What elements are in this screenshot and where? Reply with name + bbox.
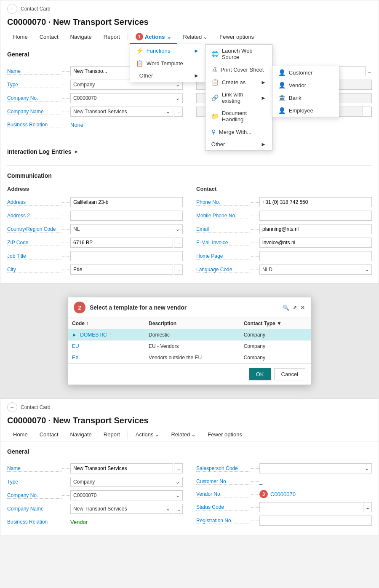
ok-button[interactable]: OK xyxy=(249,368,271,380)
chevron-actions-2: ⌄ xyxy=(155,431,159,438)
back-button-2[interactable]: ← xyxy=(7,402,17,412)
menu-item-link-existing[interactable]: 🔗 Link with existing ► xyxy=(206,88,272,107)
screen2: ← Contact Card C0000070 · New Transport … xyxy=(0,398,379,535)
interaction-log-1[interactable]: Interaction Log Entries ► xyxy=(7,145,372,158)
input-homepage[interactable] xyxy=(259,251,372,261)
tab-home-2[interactable]: Home xyxy=(7,429,34,441)
address-title: Address xyxy=(7,186,183,192)
menu-item-vendor[interactable]: 👤 Vendor xyxy=(272,79,339,91)
input-reg-no[interactable] xyxy=(259,516,372,526)
tab-related-1[interactable]: Related ⌄ xyxy=(177,31,214,43)
tab-contact-1[interactable]: Contact xyxy=(34,31,64,43)
input-email[interactable] xyxy=(259,224,372,234)
screen1: ← Contact Card C0000070 · New Transport … xyxy=(0,0,379,283)
modal-header: 2 Select a template for a new vendor 🔍 ⇗… xyxy=(68,297,311,318)
menu-item-employee[interactable]: 👤 Employee xyxy=(272,104,339,117)
close-icon-modal[interactable]: ✕ xyxy=(300,304,305,311)
input-city[interactable] xyxy=(70,265,173,275)
link-domestic[interactable]: DOMESTIC xyxy=(80,332,107,338)
input-job-title[interactable] xyxy=(70,251,183,261)
drag-handle-domestic[interactable]: ⋮ xyxy=(108,332,113,338)
customer-no-val: _ xyxy=(259,478,262,485)
tab-report-1[interactable]: Report xyxy=(98,31,126,43)
menu-item-create-as[interactable]: 📋 Create as ► xyxy=(206,76,272,88)
nav-divider-2 xyxy=(128,431,128,439)
table-row[interactable]: ► DOMESTIC ⋮ Domestic Company xyxy=(68,329,311,341)
page-header-1: ← Contact Card C0000070 · New Transport … xyxy=(0,0,379,44)
select-company-name-1[interactable]: New Transport Services ⌄ xyxy=(70,107,173,117)
field-company-name-1: Company Name New Transport Services ⌄ ..… xyxy=(7,105,183,118)
field-country: Country/Region Code NL ⌄ xyxy=(7,222,183,236)
divider-2 xyxy=(7,165,372,166)
right-btn-1[interactable]: ... xyxy=(363,107,371,117)
divider-1 xyxy=(7,138,372,138)
menu-item-merge[interactable]: ⚲ Merge With... xyxy=(206,126,272,138)
select-company-name-2[interactable]: New Transport Services ⌄ xyxy=(70,504,173,514)
input-email-invoice[interactable] xyxy=(259,238,372,248)
select-salesperson[interactable]: ⌄ xyxy=(259,463,372,473)
table-row[interactable]: EX Vendors outside the EU Company xyxy=(68,352,311,363)
menu-item-bank[interactable]: 🏦 Bank xyxy=(272,91,339,104)
breadcrumb-2: Contact Card xyxy=(21,404,51,410)
table-row[interactable]: EU EU - Vendors Company xyxy=(68,341,311,352)
chevron-company-name-2: ⌄ xyxy=(166,506,170,512)
chevron-salesperson: ⌄ xyxy=(365,465,369,471)
input-mobile[interactable] xyxy=(259,211,372,221)
company-name-btn-1[interactable]: ... xyxy=(174,107,183,117)
cancel-button[interactable]: Cancel xyxy=(274,368,305,380)
tab-related-2[interactable]: Related ⌄ xyxy=(165,429,202,441)
input-zip[interactable] xyxy=(70,238,173,248)
menu-item-word-template[interactable]: 📋 Word Template xyxy=(130,57,205,69)
tab-fewer-1[interactable]: Fewer options xyxy=(214,31,260,43)
input-name-2[interactable] xyxy=(70,463,173,473)
company-name-btn-2[interactable]: ... xyxy=(174,504,183,514)
tab-fewer-2[interactable]: Fewer options xyxy=(202,429,248,441)
input-address2[interactable] xyxy=(70,211,183,221)
tab-report-2[interactable]: Report xyxy=(98,429,126,441)
input-phone[interactable] xyxy=(259,197,372,207)
page-title-2: C0000070 · New Transport Services xyxy=(7,414,372,429)
doc-icon: 📁 xyxy=(211,113,219,120)
field-biz-relation-2: Business Relation Vendor xyxy=(7,516,183,528)
city-btn[interactable]: ... xyxy=(174,265,183,275)
link-eu[interactable]: EU xyxy=(72,343,79,349)
menu-item-customer[interactable]: 👤 Customer xyxy=(272,66,339,79)
tab-contact-2[interactable]: Contact xyxy=(34,429,64,441)
zip-btn[interactable]: ... xyxy=(174,238,183,248)
menu-item-functions[interactable]: ⚡ Functions ► xyxy=(130,44,205,57)
select-company-no-1[interactable]: C0000070 ⌄ xyxy=(70,93,183,103)
expand-icon-modal[interactable]: ⇗ xyxy=(293,305,297,310)
field-email: Email xyxy=(196,222,372,236)
cell-code-ex: EX xyxy=(68,352,144,363)
status-code-btn[interactable]: ... xyxy=(363,502,372,512)
modal-footer: OK Cancel xyxy=(68,363,311,385)
chevron-company-name-1: ⌄ xyxy=(166,109,170,115)
select-language[interactable]: NLD ⌄ xyxy=(259,265,372,275)
tab-navigate-1[interactable]: Navigate xyxy=(64,31,98,43)
menu-item-doc-handling[interactable]: 📁 Document Handling xyxy=(206,107,272,126)
general-left-2: Name ... Type Company ⌄ xyxy=(7,462,183,528)
menu-item-other-1[interactable]: Other ► xyxy=(130,69,205,82)
chevron-link: ► xyxy=(261,95,266,101)
link-ex[interactable]: EX xyxy=(72,355,79,361)
contact-col: Contact Phone No. Mobile Phone No. xyxy=(196,186,372,276)
menu-item-launch-web[interactable]: 🌐 Launch Web Source xyxy=(206,45,272,63)
select-country[interactable]: NL ⌄ xyxy=(70,224,183,234)
tab-actions-1[interactable]: 1 Actions ⌄ xyxy=(130,30,177,44)
create-as-submenu: 👤 Customer 👤 Vendor 🏦 Bank xyxy=(272,66,339,117)
select-type-2[interactable]: Company ⌄ xyxy=(70,477,183,487)
menu-item-print-cover[interactable]: 🖨 Print Cover Sheet xyxy=(206,63,272,76)
tab-home-1[interactable]: Home xyxy=(7,31,34,43)
input-address[interactable] xyxy=(70,197,183,207)
input-status-code[interactable] xyxy=(259,502,362,512)
select-company-no-2[interactable]: C0000070 ⌄ xyxy=(70,490,183,500)
search-icon-modal[interactable]: 🔍 xyxy=(283,305,289,311)
name-btn-2[interactable]: ... xyxy=(174,463,183,473)
field-city: City ... xyxy=(7,263,183,276)
tab-navigate-2[interactable]: Navigate xyxy=(64,429,98,441)
cell-desc-eu: EU - Vendors xyxy=(144,341,240,352)
col-description: Description xyxy=(144,318,240,329)
back-button-1[interactable]: ← xyxy=(7,4,17,14)
tab-actions-2[interactable]: Actions ⌄ xyxy=(130,429,165,441)
menu-item-other-sub[interactable]: Other ► xyxy=(206,138,272,150)
